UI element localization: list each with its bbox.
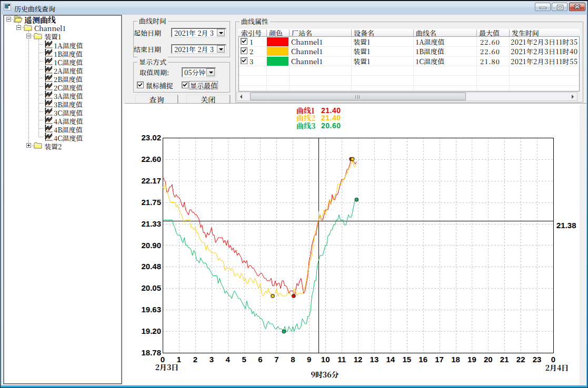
svg-text:19.20: 19.20 (141, 326, 161, 335)
svg-text:9: 9 (307, 355, 311, 364)
svg-text:7: 7 (274, 355, 278, 364)
svg-text:18: 18 (451, 355, 460, 364)
svg-text:5: 5 (242, 355, 246, 364)
svg-text:8: 8 (291, 355, 295, 364)
svg-text:3: 3 (210, 355, 214, 364)
svg-text:21: 21 (500, 355, 509, 364)
svg-text:18.78: 18.78 (141, 348, 161, 357)
svg-text:13: 13 (370, 355, 379, 364)
svg-text:15: 15 (402, 355, 411, 364)
svg-text:12: 12 (354, 355, 363, 364)
svg-text:2月3日: 2月3日 (155, 362, 179, 372)
svg-text:21.75: 21.75 (141, 198, 161, 207)
svg-text:11: 11 (337, 355, 346, 364)
svg-text:14: 14 (386, 355, 395, 364)
svg-text:22.17: 22.17 (141, 176, 161, 185)
svg-text:9时36分: 9时36分 (311, 369, 339, 380)
svg-text:6: 6 (258, 355, 262, 364)
svg-text:20: 20 (484, 355, 493, 364)
svg-text:19.63: 19.63 (141, 305, 161, 314)
svg-text:4: 4 (226, 355, 231, 364)
svg-text:20.90: 20.90 (141, 241, 161, 250)
svg-text:23.02: 23.02 (141, 133, 161, 142)
svg-text:20.48: 20.48 (141, 262, 161, 271)
svg-text:10: 10 (321, 355, 330, 364)
svg-text:20.05: 20.05 (141, 283, 161, 292)
svg-text:23: 23 (533, 355, 542, 364)
svg-text:22: 22 (516, 355, 525, 364)
svg-text:16: 16 (418, 355, 427, 364)
svg-text:22.60: 22.60 (141, 155, 161, 164)
svg-text:21.33: 21.33 (141, 219, 161, 228)
svg-text:19: 19 (467, 355, 476, 364)
svg-text:17: 17 (435, 355, 444, 364)
svg-text:21.38: 21.38 (556, 221, 576, 230)
svg-text:2月4日: 2月4日 (545, 362, 569, 373)
svg-text:2: 2 (193, 355, 197, 364)
